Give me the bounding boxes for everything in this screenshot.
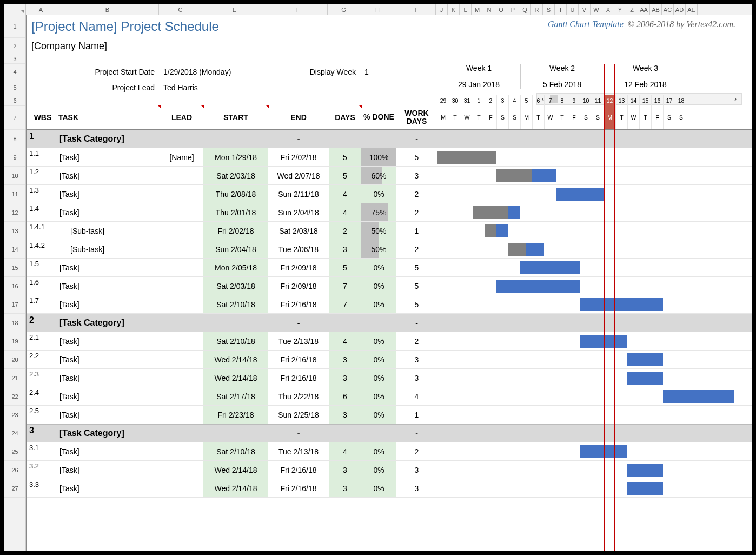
cell-lead[interactable] [160,295,203,313]
template-link[interactable]: Gantt Chart Template [548,19,624,29]
project-lead-value[interactable]: Ted Harris [160,80,268,95]
cell-wbs[interactable]: 3 [27,425,57,442]
cell-work[interactable]: 2 [396,332,437,350]
cell-pct[interactable]: 0% [361,259,396,276]
column-header-M[interactable]: M [472,4,483,15]
cell-start[interactable]: Wed 2/14/18 [203,461,268,479]
column-header-C[interactable]: C [159,4,202,15]
header-days[interactable]: DAYS [329,106,361,129]
cell-work[interactable]: 3 [396,479,437,497]
cell-wbs[interactable]: 1.1 [27,148,57,166]
cell-task[interactable]: [Task] [57,351,160,368]
cell-pct[interactable] [361,130,396,148]
cell-start[interactable]: Mon 2/05/18 [203,259,268,276]
column-header-N[interactable]: N [483,4,495,15]
cell-days[interactable] [329,425,361,442]
cell-start[interactable]: Sat 2/03/18 [203,277,268,295]
cell-pct[interactable]: 0% [361,461,396,479]
cell-wbs[interactable]: 1.6 [27,277,57,295]
gantt-bar[interactable] [627,464,663,477]
cell-start[interactable]: Sat 2/10/18 [203,295,268,313]
row-header-17[interactable]: 17 [4,295,25,314]
cell-start[interactable]: Sat 2/10/18 [203,442,268,460]
cell-wbs[interactable]: 3.3 [27,479,57,497]
cell-lead[interactable] [160,461,203,479]
column-header-F[interactable]: F [267,4,328,15]
cell-work[interactable]: 3 [396,167,437,184]
column-header-H[interactable]: H [360,4,395,15]
cell-end[interactable]: Wed 2/07/18 [268,167,329,184]
cell-pct[interactable]: 60% [361,167,396,184]
row-header-16[interactable]: 16 [4,277,25,295]
cell-task[interactable]: [Task] [57,387,160,405]
cell-days[interactable]: 5 [329,167,361,184]
cell-pct[interactable]: 0% [361,479,396,497]
row-header-10[interactable]: 10 [4,167,25,185]
cell-days[interactable]: 4 [329,332,361,350]
select-all-corner[interactable] [4,4,26,15]
cell-pct[interactable]: 0% [361,442,396,460]
cell-task[interactable]: [Task Category] [57,130,160,148]
category-row[interactable]: 3[Task Category]-- [27,424,752,442]
cell-days[interactable]: 7 [329,277,361,295]
row-header-18[interactable]: 18 [4,314,25,332]
task-row[interactable]: 2.1[Task]Sat 2/10/18Tue 2/13/1840%2 [27,332,752,351]
cell-start[interactable] [203,314,268,332]
cell-pct[interactable] [361,314,396,332]
cell-work[interactable]: 1 [396,222,437,240]
cell-wbs[interactable]: 2.4 [27,387,57,405]
column-header-K[interactable]: K [448,4,460,15]
row-header-13[interactable]: 13 [4,222,25,240]
cell-wbs[interactable]: 1.7 [27,295,57,313]
cell-work[interactable]: 2 [396,442,437,460]
gantt-bar[interactable] [627,353,663,366]
cell-work[interactable]: 3 [396,351,437,368]
cell-days[interactable]: 5 [329,148,361,166]
header-end[interactable]: END [268,106,329,129]
cell-lead[interactable] [160,130,203,148]
cell-lead[interactable] [160,314,203,332]
cell-days[interactable]: 3 [329,351,361,368]
cell-start[interactable]: Thu 2/01/18 [203,203,268,221]
row-header-2[interactable]: 2 [4,38,25,54]
task-row[interactable]: 2.4[Task]Sat 2/17/18Thu 2/22/1860%4 [27,387,752,406]
cell-end[interactable]: Tue 2/13/18 [268,332,329,350]
cell-task[interactable]: [Sub-task] [57,222,160,240]
cell-pct[interactable]: 50% [361,240,396,258]
row-header-26[interactable]: 26 [4,461,25,479]
cell-task[interactable]: [Task] [57,442,160,460]
row-header-14[interactable]: 14 [4,240,25,259]
cell-end[interactable]: - [268,314,329,332]
column-header-O[interactable]: O [495,4,507,15]
cell-end[interactable]: - [268,425,329,442]
row-header-22[interactable]: 22 [4,387,25,406]
cell-lead[interactable] [160,222,203,240]
cell-task[interactable]: [Task] [57,406,160,424]
cell-wbs[interactable]: 2.1 [27,332,57,350]
row-header-4[interactable]: 4 [4,64,25,80]
cell-pct[interactable]: 100% [361,148,396,166]
cell-end[interactable]: Tue 2/13/18 [268,442,329,460]
column-header-J[interactable]: J [436,4,448,15]
task-row[interactable]: 3.2[Task]Wed 2/14/18Fri 2/16/1830%3 [27,461,752,479]
cell-task[interactable]: [Task] [57,203,160,221]
cell-task[interactable]: [Task Category] [57,425,160,442]
column-header-Q[interactable]: Q [519,4,531,15]
column-header-R[interactable]: R [531,4,543,15]
cell-days[interactable]: 3 [329,406,361,424]
gantt-bar[interactable] [496,280,580,293]
cell-pct[interactable]: 0% [361,332,396,350]
cell-task[interactable]: [Task] [57,461,160,479]
cell-lead[interactable] [160,240,203,258]
task-row[interactable]: 2.5[Task]Fri 2/23/18Sun 2/25/1830%1 [27,406,752,424]
display-week-value[interactable]: 1 [361,64,394,80]
row-header-8[interactable]: 8 [4,130,25,148]
cell-days[interactable]: 6 [329,387,361,405]
cell-work[interactable]: - [396,130,437,148]
row-header-27[interactable]: 27 [4,479,25,498]
cell-start[interactable]: Sat 2/03/18 [203,167,268,184]
cell-lead[interactable] [160,442,203,460]
cell-end[interactable]: Sat 2/03/18 [268,222,329,240]
cell-task[interactable]: [Task] [57,148,160,166]
cell-wbs[interactable]: 1 [27,130,57,148]
